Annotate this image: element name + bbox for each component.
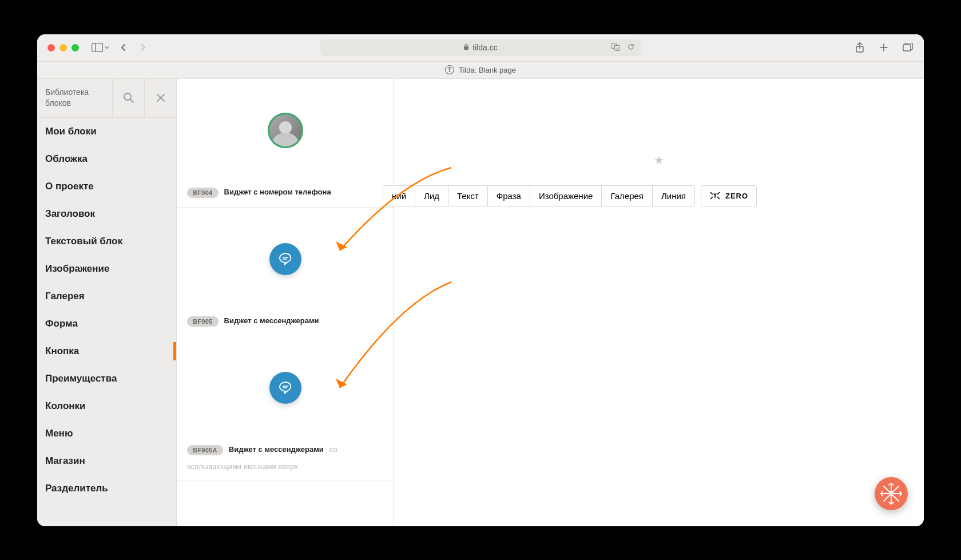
block-title: Виджет с мессенджерами: [224, 316, 319, 325]
block-card[interactable]: BF904Виджет с номером телефона: [177, 79, 394, 208]
sidebar-item[interactable]: Изображение: [37, 255, 176, 283]
sidebar-item[interactable]: Кнопка: [37, 337, 176, 365]
sidebar-item[interactable]: Меню: [37, 420, 176, 447]
help-fab-button[interactable]: ?: [875, 477, 908, 510]
title-bar: tilda.cc 文A: [37, 34, 924, 62]
block-meta: BF904Виджет с номером телефона: [177, 182, 394, 207]
url-text: tilda.cc: [472, 43, 498, 52]
search-icon: [123, 92, 134, 104]
block-code-badge: BF905A: [187, 445, 223, 455]
forward-button[interactable]: [137, 42, 149, 53]
toolbar-button[interactable]: Линия: [653, 186, 694, 206]
sidebar-category-list: Мои блокиОбложкаО проектеЗаголовокТексто…: [37, 118, 176, 526]
sidebar-item[interactable]: О проекте: [37, 173, 176, 200]
close-icon: [156, 93, 166, 103]
share-button[interactable]: [854, 42, 865, 53]
block-preview: [177, 208, 394, 311]
close-button[interactable]: [47, 44, 55, 51]
tabs-overview-button[interactable]: [902, 42, 914, 53]
back-button[interactable]: [118, 42, 129, 53]
sidebar-item[interactable]: Преимущества: [37, 365, 176, 392]
address-bar[interactable]: tilda.cc 文A: [320, 39, 641, 56]
svg-point-9: [124, 93, 131, 100]
tab-title: Tilda: Blank page: [459, 66, 516, 74]
zero-label: ZERO: [725, 192, 748, 200]
zero-icon: [709, 191, 721, 200]
svg-text:A: A: [616, 46, 618, 50]
favorite-star-icon[interactable]: ★: [654, 153, 664, 167]
page-content: Библиотека блоков Мои блокиОбложкаО прое…: [37, 79, 924, 526]
close-sidebar-button[interactable]: [144, 79, 176, 117]
avatar: [268, 113, 303, 148]
block-library-sidebar: Библиотека блоков Мои блокиОбложкаО прое…: [37, 79, 177, 526]
block-code-badge: BF905: [187, 316, 219, 327]
block-card[interactable]: BF905AВиджет с мессенджерами совсплывающ…: [177, 336, 394, 480]
sidebar-item[interactable]: Обложка: [37, 145, 176, 173]
sidebar-item[interactable]: Заголовок: [37, 200, 176, 228]
page-canvas[interactable]: ★ нийЛидТекстФразаИзображениеГалереяЛини…: [394, 79, 924, 526]
reload-icon[interactable]: [627, 43, 635, 53]
sidebar-item[interactable]: Галерея: [37, 283, 176, 310]
sidebar-item[interactable]: Магазин: [37, 447, 176, 475]
sidebar-item[interactable]: Мои блоки: [37, 118, 176, 145]
help-snowflake-icon: ?: [879, 481, 904, 506]
block-subtitle-inline: со: [329, 445, 337, 454]
translate-icon[interactable]: 文A: [611, 43, 621, 53]
toolbar-button[interactable]: Лид: [415, 186, 448, 206]
block-card[interactable]: BF905Виджет с мессенджерами: [177, 208, 394, 336]
sidebar-item[interactable]: Колонки: [37, 392, 176, 420]
svg-rect-8: [903, 45, 911, 51]
chat-bubble-icon: [269, 243, 301, 275]
sidebar-item[interactable]: Форма: [37, 310, 176, 337]
toolbar-button[interactable]: Текст: [448, 186, 488, 206]
maximize-button[interactable]: [72, 44, 79, 51]
block-preview: [177, 336, 394, 439]
toolbar-button[interactable]: Фраза: [488, 186, 530, 206]
window-controls: [47, 44, 79, 51]
lock-icon: [463, 43, 469, 51]
zero-block-button[interactable]: ZERO: [701, 185, 757, 206]
block-type-toolbar: нийЛидТекстФразаИзображениеГалереяЛиния …: [383, 185, 757, 206]
chevron-down-icon: [104, 45, 110, 50]
svg-rect-2: [464, 46, 468, 50]
sidebar-item[interactable]: Текстовый блок: [37, 228, 176, 255]
toolbar-button[interactable]: ний: [383, 186, 415, 206]
toolbar-button[interactable]: Изображение: [530, 186, 602, 206]
svg-text:?: ?: [889, 490, 893, 498]
browser-window: tilda.cc 文A T Tilda: Blank: [37, 34, 924, 526]
block-subtitle: всплывающими иконками вверх: [187, 462, 383, 471]
block-code-badge: BF904: [187, 188, 219, 198]
block-preview-panel: BF904Виджет с номером телефонаBF905Видже…: [177, 79, 394, 526]
block-meta: BF905Виджет с мессенджерами: [177, 311, 394, 336]
chat-bubble-icon: [269, 372, 301, 404]
block-meta: BF905AВиджет с мессенджерами совсплывающ…: [177, 439, 394, 480]
block-title: Виджет с номером телефона: [224, 188, 331, 196]
minimize-button[interactable]: [59, 44, 67, 51]
new-tab-button[interactable]: [878, 42, 889, 53]
svg-line-10: [130, 100, 133, 102]
tab-strip: T Tilda: Blank page: [37, 62, 924, 79]
block-title: Виджет с мессенджерами: [229, 445, 324, 454]
search-button[interactable]: [112, 79, 144, 117]
sidebar-title: Библиотека блоков: [37, 79, 112, 117]
block-preview: [177, 79, 394, 182]
sidebar-item[interactable]: Разделитель: [37, 475, 176, 502]
svg-rect-0: [92, 43, 103, 52]
toolbar-button[interactable]: Галерея: [602, 186, 653, 206]
sidebar-toggle-button[interactable]: [92, 43, 110, 52]
tilda-logo-icon: T: [445, 65, 454, 74]
